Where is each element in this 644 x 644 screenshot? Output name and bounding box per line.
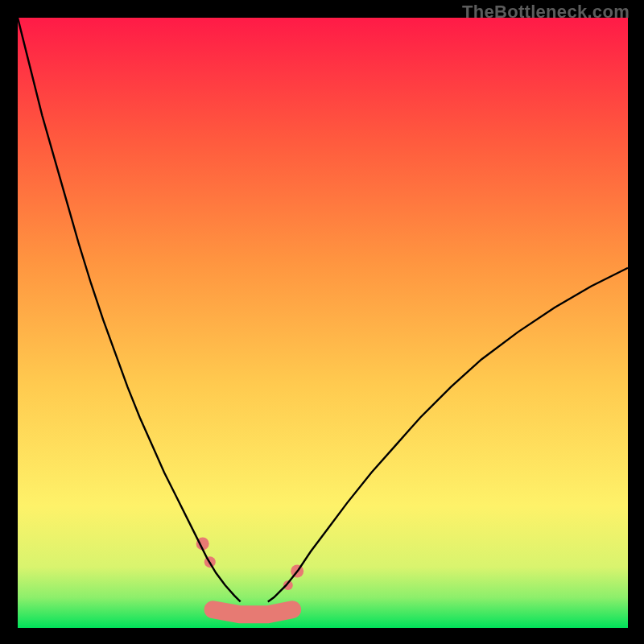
series-valley-floor — [213, 609, 293, 614]
bottleneck-chart — [18, 18, 628, 628]
valley-floor-band — [213, 609, 293, 614]
